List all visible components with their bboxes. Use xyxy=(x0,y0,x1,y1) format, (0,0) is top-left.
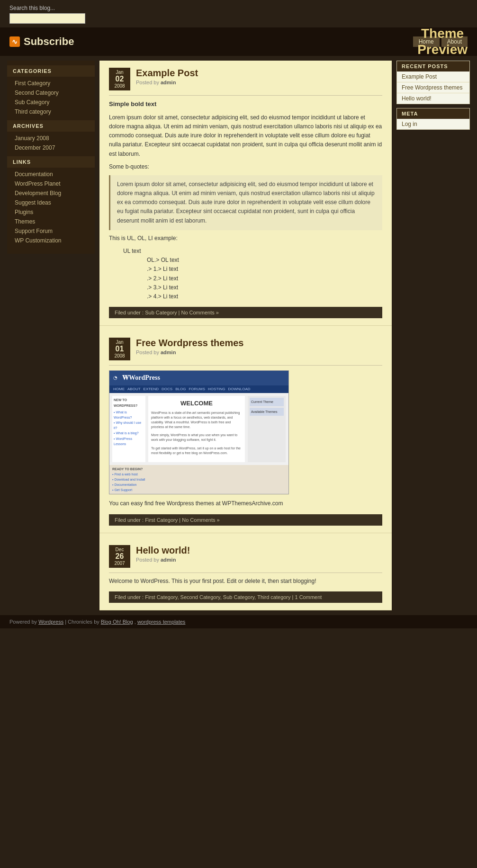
footer-templates-link[interactable]: wordpress templates xyxy=(137,619,186,625)
post-1-day: 02 xyxy=(113,75,126,83)
header: ∿ Subscribe Home About ThemePreview xyxy=(0,27,477,56)
wp-welcome-text: WELCOME xyxy=(151,399,242,409)
ol-item-2: 2.> Li text xyxy=(147,274,382,283)
post-2-title[interactable]: Free Wordpress themes xyxy=(136,338,244,348)
sidebar-item-wordpress-planet[interactable]: WordPress Planet xyxy=(7,179,95,188)
main-wrapper: CATEGORIES First Category Second Categor… xyxy=(7,61,470,610)
post-1-year: 2008 xyxy=(113,83,126,89)
post-2-meta: Posted by admin xyxy=(136,349,176,355)
search-input[interactable] xyxy=(9,13,85,24)
post-2-day: 01 xyxy=(113,345,126,353)
post-1-blockquote: Lorem ipsum dolor sit amet, consectetur … xyxy=(109,175,382,230)
post-3-year: 2007 xyxy=(113,561,126,566)
wp-sidebar-box-2: Available Themes xyxy=(250,408,284,416)
post-3-month: Dec xyxy=(113,547,126,552)
sidebar-item-first-category[interactable]: First Category xyxy=(7,79,95,88)
post-3-day: 26 xyxy=(113,552,126,561)
post-1-title[interactable]: Example Post xyxy=(136,68,198,78)
recent-post-2[interactable]: Hello world! xyxy=(397,93,469,104)
post-1-ul-label: This is UL, OL, LI example: xyxy=(109,234,382,243)
sidebar-item-third-category[interactable]: Third category xyxy=(7,107,95,116)
wp-main: WELCOME WordPress is a state-of-the-art … xyxy=(148,396,245,462)
post-2: Jan 01 2008 Free Wordpress themes Posted… xyxy=(99,331,392,533)
rss-icon: ∿ xyxy=(9,36,20,47)
wp-body-text-3: To get started with WordPress, set it up… xyxy=(151,446,242,456)
post-3-title-area: Hello world! Posted by admin xyxy=(136,545,190,564)
right-sidebar: RECENT POSTS Example Post Free Wordpress… xyxy=(396,61,470,134)
sidebar: CATEGORIES First Category Second Categor… xyxy=(7,61,95,254)
post-1-text: Lorem ipsum dolor sit amet, consectetur … xyxy=(109,113,382,159)
post-3-title[interactable]: Hello world! xyxy=(136,545,190,555)
wp-logo: 𝐖WordPress xyxy=(122,373,160,383)
post-1-ol: OL text 1.> Li text 2.> Li text 3.> Li t… xyxy=(147,256,382,301)
post-1-footer: Filed under : Sub Category | No Comments… xyxy=(109,307,382,318)
post-2-title-area: Free Wordpress themes Posted by admin xyxy=(136,338,244,356)
sidebar-item-december-2007[interactable]: December 2007 xyxy=(7,143,95,152)
categories-section: CATEGORIES First Category Second Categor… xyxy=(7,65,95,116)
ol-item-3: 3.> Li text xyxy=(147,283,382,292)
post-2-body: ◔ 𝐖WordPress HOME ABOUT EXTEND DOCS BLOG… xyxy=(109,370,382,508)
footer-powered-by: Powered by xyxy=(9,619,37,625)
links-title: LINKS xyxy=(7,156,95,168)
sidebar-item-second-category[interactable]: Second Category xyxy=(7,88,95,98)
site-title: Subscribe xyxy=(24,36,74,48)
theme-preview-title: ThemePreview xyxy=(417,26,468,57)
wp-sidebar: Current Theme Available Themes xyxy=(248,396,286,462)
post-3-date: Dec 26 2007 xyxy=(109,545,130,568)
wp-nav: HOME ABOUT EXTEND DOCS BLOG FORUMS HOSTI… xyxy=(109,385,288,394)
footer-sep1: | Chronicles by xyxy=(65,619,101,625)
sidebar-item-suggest-ideas[interactable]: Suggest Ideas xyxy=(7,198,95,207)
links-section: LINKS Documentation WordPress Planet Dev… xyxy=(7,156,95,245)
sidebar-item-documentation[interactable]: Documentation xyxy=(7,170,95,179)
wp-sidebar-box-1: Current Theme xyxy=(250,398,284,406)
post-1-meta: Posted by admin xyxy=(136,80,176,85)
post-2-text: You can easy find free Wordpress themes … xyxy=(109,499,382,508)
post-2-date: Jan 01 2008 xyxy=(109,338,130,360)
sidebar-item-sub-category[interactable]: Sub Category xyxy=(7,98,95,107)
post-3: Dec 26 2007 Hello world! Posted by admin… xyxy=(99,538,392,610)
sidebar-item-support-forum[interactable]: Support Forum xyxy=(7,226,95,236)
wp-footer-area: READY TO BEGIN? • Find a web host • Down… xyxy=(109,465,288,494)
ol-item-4: 4.> Li text xyxy=(147,292,382,301)
recent-post-1[interactable]: Free Wordpress themes xyxy=(397,82,469,93)
sidebar-item-wp-customization[interactable]: WP Customization xyxy=(7,236,95,245)
ol-item-1: 1.> Li text xyxy=(147,265,382,274)
search-label: Search this blog... xyxy=(9,5,468,11)
archives-section: ARCHIVES January 2008 December 2007 xyxy=(7,120,95,152)
footer: Powered by Wordpress | Chronicles by Blo… xyxy=(0,615,477,628)
post-2-year: 2008 xyxy=(113,353,126,358)
search-area: Search this blog... xyxy=(0,0,477,27)
post-1: Jan 02 2008 Example Post Posted by admin… xyxy=(99,61,392,326)
post-2-footer: Filed under : First Category | No Commen… xyxy=(109,514,382,526)
recent-post-0[interactable]: Example Post xyxy=(397,72,469,82)
sidebar-item-january-2008[interactable]: January 2008 xyxy=(7,134,95,143)
archives-title: ARCHIVES xyxy=(7,120,95,132)
wp-content: NEW TO WORDPRESS? • What is WordPress? •… xyxy=(109,393,288,465)
ol-item-0: OL text xyxy=(147,256,382,265)
post-1-bquote-label: Some b-quotes: xyxy=(109,162,382,171)
wordpress-screenshot: ◔ 𝐖WordPress HOME ABOUT EXTEND DOCS BLOG… xyxy=(109,370,289,494)
footer-blog-link[interactable]: Blog Oh! Blog xyxy=(101,619,133,625)
sidebar-item-development-blog[interactable]: Development Blog xyxy=(7,188,95,198)
footer-wp-link[interactable]: Wordpress xyxy=(38,619,63,625)
ul-item: UL text xyxy=(123,247,382,256)
subscribe-logo: ∿ Subscribe xyxy=(9,36,74,48)
meta-login[interactable]: Log in xyxy=(397,119,469,129)
post-1-month: Jan xyxy=(113,70,126,75)
sidebar-item-plugins[interactable]: Plugins xyxy=(7,207,95,217)
content: Jan 02 2008 Example Post Posted by admin… xyxy=(99,61,392,610)
wp-body-text: WordPress is a state-of-the-art semantic… xyxy=(151,411,242,429)
post-3-header: Dec 26 2007 Hello world! Posted by admin xyxy=(109,545,382,568)
post-2-header: Jan 01 2008 Free Wordpress themes Posted… xyxy=(109,338,382,360)
post-3-text: Welcome to WordPress. This is your first… xyxy=(109,577,382,586)
categories-title: CATEGORIES xyxy=(7,65,95,77)
sidebar-item-themes[interactable]: Themes xyxy=(7,217,95,226)
post-3-footer: Filed under : First Category, Second Cat… xyxy=(109,591,382,603)
wp-left-links: NEW TO WORDPRESS? • What is WordPress? •… xyxy=(112,396,145,462)
post-1-date: Jan 02 2008 xyxy=(109,68,130,90)
post-1-body: Simple bold text Lorem ipsum dolor sit a… xyxy=(109,99,382,301)
meta-title: META xyxy=(397,108,469,119)
post-3-body: Welcome to WordPress. This is your first… xyxy=(109,577,382,586)
recent-posts-section: RECENT POSTS Example Post Free Wordpress… xyxy=(396,61,470,104)
wp-body-text-2: More simply, WordPress is what you use w… xyxy=(151,433,242,442)
